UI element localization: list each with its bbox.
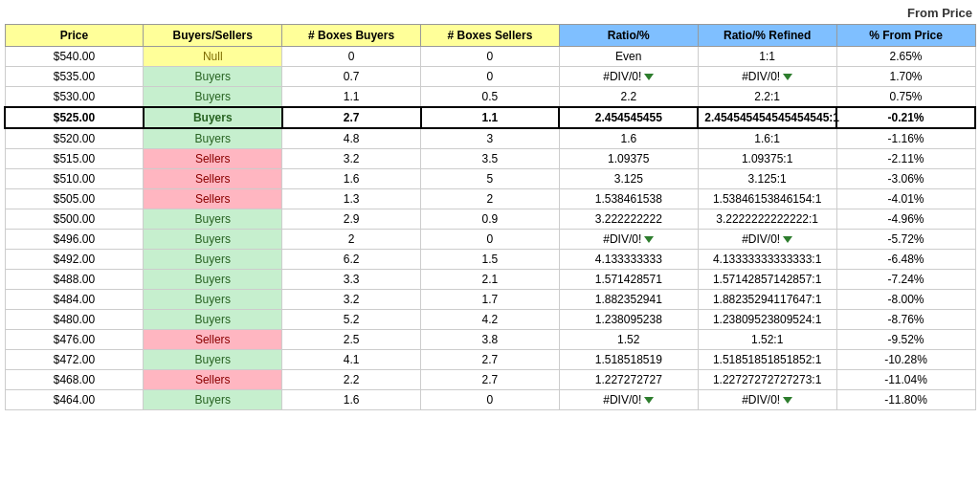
table-row: $530.00Buyers1.10.52.22.2:10.75% — [5, 87, 975, 108]
cell-boxes-sellers: 2.7 — [421, 350, 560, 370]
cell-ratio-refined: 1.57142857142857:1 — [698, 270, 836, 290]
from-price-label: From Price — [907, 6, 972, 20]
cell-boxes-buyers: 3.2 — [282, 149, 421, 169]
cell-price: $520.00 — [5, 128, 144, 149]
cell-boxes-buyers: 0.7 — [282, 67, 421, 87]
cell-ratio-refined: 1.22727272727273:1 — [698, 370, 836, 390]
cell-boxes-buyers: 2.9 — [282, 209, 421, 230]
cell-boxes-sellers: 2.1 — [421, 270, 560, 290]
cell-boxes-sellers: 1.5 — [421, 250, 560, 270]
cell-from-price: -2.11% — [836, 149, 975, 169]
cell-buyers-sellers: Sellers — [144, 149, 282, 169]
table-row: $492.00Buyers6.21.54.1333333334.13333333… — [5, 250, 975, 270]
cell-ratio-refined: #DIV/0! — [698, 390, 836, 410]
cell-boxes-sellers: 3.8 — [421, 330, 560, 350]
cell-ratio: 4.133333333 — [559, 250, 698, 270]
table-row: $515.00Sellers3.23.51.093751.09375:1-2.1… — [5, 149, 975, 169]
arrow-down-icon — [644, 397, 654, 404]
cell-boxes-buyers: 2.2 — [282, 370, 421, 390]
cell-ratio-refined: 1.09375:1 — [698, 149, 836, 169]
table-row: $488.00Buyers3.32.11.5714285711.57142857… — [5, 270, 975, 290]
cell-ratio-refined: 2.454545454545454545:1 — [698, 107, 836, 128]
table-row: $496.00Buyers20#DIV/0!#DIV/0!-5.72% — [5, 230, 975, 250]
cell-ratio-refined: 1.23809523809524:1 — [698, 310, 836, 330]
cell-buyers-sellers: Buyers — [144, 390, 282, 410]
table-row: $464.00Buyers1.60#DIV/0!#DIV/0!-11.80% — [5, 390, 975, 410]
cell-boxes-buyers: 1.6 — [282, 169, 421, 189]
cell-boxes-sellers: 0 — [421, 67, 560, 87]
cell-boxes-sellers: 3.5 — [421, 149, 560, 169]
table-row: $525.00Buyers2.71.12.4545454552.45454545… — [5, 107, 975, 128]
cell-boxes-buyers: 2.5 — [282, 330, 421, 350]
cell-boxes-buyers: 5.2 — [282, 310, 421, 330]
cell-price: $468.00 — [5, 370, 144, 390]
cell-ratio-refined: 1.51851851851852:1 — [698, 350, 836, 370]
col-header-price: Price — [5, 25, 144, 47]
table-row: $520.00Buyers4.831.61.6:1-1.16% — [5, 128, 975, 149]
cell-buyers-sellers: Buyers — [144, 128, 282, 149]
cell-ratio: 1.571428571 — [559, 270, 698, 290]
cell-price: $484.00 — [5, 290, 144, 310]
cell-price: $525.00 — [5, 107, 144, 128]
cell-ratio: 1.6 — [559, 128, 698, 149]
table-row: $540.00Null00Even1:12.65% — [5, 47, 975, 67]
cell-ratio-refined: 2.2:1 — [698, 87, 836, 108]
cell-price: $496.00 — [5, 230, 144, 250]
cell-boxes-sellers: 3 — [421, 128, 560, 149]
table-row: $510.00Sellers1.653.1253.125:1-3.06% — [5, 169, 975, 189]
cell-buyers-sellers: Sellers — [144, 189, 282, 209]
cell-price: $505.00 — [5, 189, 144, 209]
cell-from-price: -8.76% — [836, 310, 975, 330]
cell-ratio: 1.538461538 — [559, 189, 698, 209]
cell-buyers-sellers: Buyers — [144, 67, 282, 87]
cell-price: $535.00 — [5, 67, 144, 87]
cell-ratio: 2.2 — [559, 87, 698, 108]
cell-boxes-buyers: 1.1 — [282, 87, 421, 108]
cell-from-price: 2.65% — [836, 47, 975, 67]
arrow-down-icon — [644, 74, 654, 80]
cell-price: $472.00 — [5, 350, 144, 370]
cell-from-price: -3.06% — [836, 169, 975, 189]
col-header-from_price: % From Price — [836, 25, 975, 47]
cell-price: $515.00 — [5, 149, 144, 169]
cell-buyers-sellers: Null — [144, 47, 282, 67]
cell-buyers-sellers: Buyers — [144, 290, 282, 310]
cell-ratio: #DIV/0! — [559, 230, 698, 250]
cell-from-price: -1.16% — [836, 128, 975, 149]
cell-boxes-buyers: 4.8 — [282, 128, 421, 149]
cell-from-price: -9.52% — [836, 330, 975, 350]
cell-from-price: -10.28% — [836, 350, 975, 370]
cell-ratio-refined: 4.13333333333333:1 — [698, 250, 836, 270]
table-row: $480.00Buyers5.24.21.2380952381.23809523… — [5, 310, 975, 330]
cell-boxes-buyers: 1.6 — [282, 390, 421, 410]
cell-price: $492.00 — [5, 250, 144, 270]
cell-boxes-buyers: 0 — [282, 47, 421, 67]
cell-ratio: 1.09375 — [559, 149, 698, 169]
top-bar: From Price — [4, 4, 976, 24]
table-row: $472.00Buyers4.12.71.5185185191.51851851… — [5, 350, 975, 370]
cell-from-price: 0.75% — [836, 87, 975, 108]
cell-ratio: #DIV/0! — [559, 390, 698, 410]
cell-buyers-sellers: Buyers — [144, 270, 282, 290]
arrow-down-icon — [644, 236, 654, 243]
cell-price: $464.00 — [5, 390, 144, 410]
cell-ratio: 3.222222222 — [559, 209, 698, 230]
cell-from-price: -8.00% — [836, 290, 975, 310]
cell-ratio: 1.52 — [559, 330, 698, 350]
cell-ratio-refined: #DIV/0! — [698, 230, 836, 250]
cell-ratio-refined: 1.53846153846154:1 — [698, 189, 836, 209]
cell-ratio: 1.227272727 — [559, 370, 698, 390]
cell-boxes-sellers: 2.7 — [421, 370, 560, 390]
cell-ratio: 2.454545455 — [559, 107, 698, 128]
cell-from-price: -4.96% — [836, 209, 975, 230]
table-row: $535.00Buyers0.70#DIV/0!#DIV/0!1.70% — [5, 67, 975, 87]
cell-boxes-sellers: 1.1 — [421, 107, 560, 128]
data-table: PriceBuyers/Sellers# Boxes Buyers# Boxes… — [4, 24, 976, 410]
arrow-down-icon — [783, 236, 792, 243]
cell-price: $540.00 — [5, 47, 144, 67]
cell-price: $476.00 — [5, 330, 144, 350]
cell-ratio: #DIV/0! — [559, 67, 698, 87]
table-row: $505.00Sellers1.321.5384615381.538461538… — [5, 189, 975, 209]
cell-ratio-refined: 1:1 — [698, 47, 836, 67]
table-row: $468.00Sellers2.22.71.2272727271.2272727… — [5, 370, 975, 390]
